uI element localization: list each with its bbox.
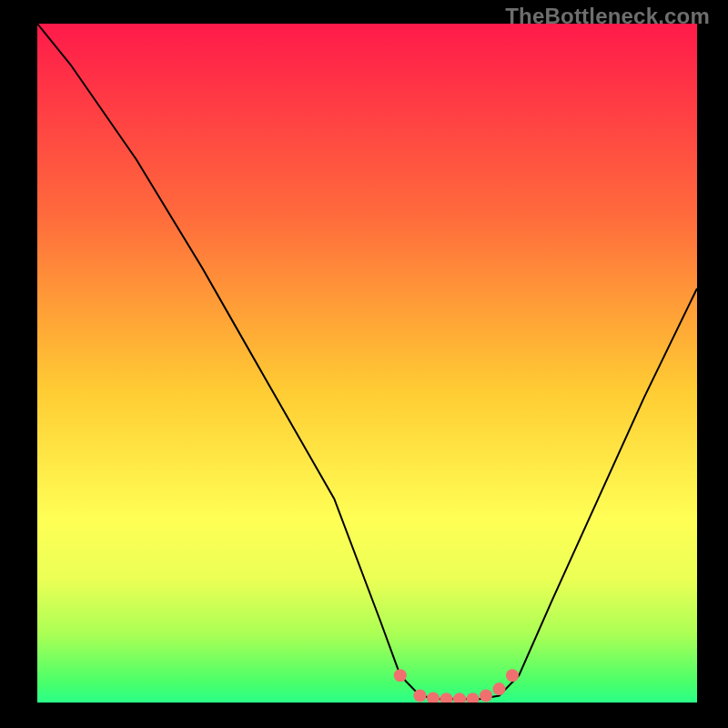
valley-dot: [480, 690, 492, 703]
valley-dot: [414, 690, 427, 703]
valley-dot: [453, 693, 466, 703]
watermark-text: TheBottleneck.com: [505, 4, 710, 29]
valley-dot: [467, 693, 480, 703]
chart-frame: TheBottleneck.com: [0, 0, 728, 728]
valley-dot: [506, 669, 519, 682]
chart-curve: [37, 24, 697, 699]
chart-valley-markers: [394, 669, 519, 703]
valley-dot: [440, 693, 453, 703]
chart-svg: [37, 24, 697, 703]
valley-dot: [394, 669, 407, 682]
valley-dot: [427, 693, 440, 703]
chart-plot-area: [37, 24, 697, 703]
valley-dot: [493, 682, 506, 695]
